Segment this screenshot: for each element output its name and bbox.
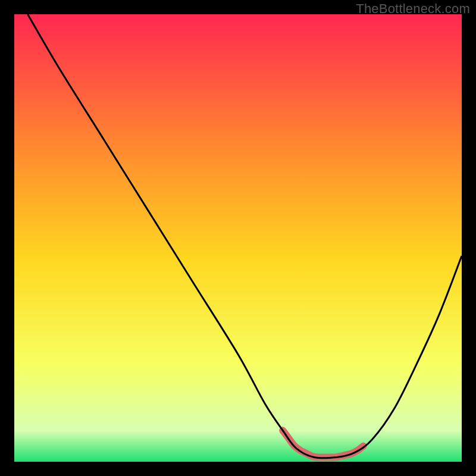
chart-container: TheBottleneck.com (0, 0, 476, 476)
curve-layer (14, 14, 462, 462)
plot-area (14, 14, 462, 462)
bottleneck-curve (28, 14, 462, 458)
